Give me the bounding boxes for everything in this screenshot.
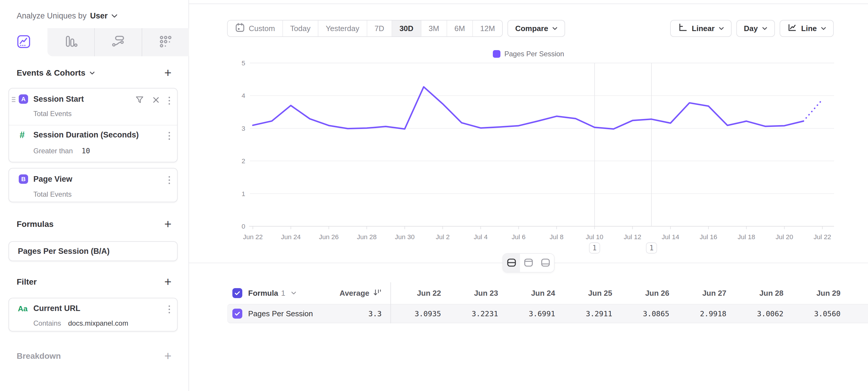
range-yesterday[interactable]: Yesterday	[318, 21, 367, 36]
event-name[interactable]: Session Start	[33, 95, 84, 104]
range-12m[interactable]: 12M	[473, 21, 502, 36]
range-custom[interactable]: Custom	[228, 21, 283, 36]
filter-property-name[interactable]: Current URL	[33, 304, 81, 313]
layout-toggle-group	[502, 253, 555, 273]
event-actions	[168, 175, 170, 185]
row-average-value: 3.3	[368, 309, 382, 318]
event-measurement[interactable]: Total Events	[33, 190, 72, 198]
svg-text:0: 0	[242, 223, 245, 230]
drag-handle-icon[interactable]	[12, 96, 16, 103]
svg-text:Jun 26: Jun 26	[319, 233, 339, 241]
analyze-uniques-control[interactable]: Analyze Uniques by User	[17, 4, 118, 28]
chevron-down-icon[interactable]	[291, 291, 296, 295]
interval-button[interactable]: Day	[736, 20, 775, 37]
column-header[interactable]: Jun 29	[790, 289, 847, 298]
add-event-button[interactable]: +	[164, 67, 172, 79]
split-view-toggle[interactable]	[503, 254, 520, 272]
axis-scale-button[interactable]: Linear	[670, 20, 732, 37]
range-6m[interactable]: 6M	[447, 21, 473, 36]
filter-operator[interactable]: Greater than	[33, 147, 73, 155]
filter-value[interactable]: 10	[82, 147, 90, 155]
events-title-text: Events & Cohorts	[17, 68, 86, 78]
formulas-section-header: Formulas +	[17, 218, 172, 231]
column-header[interactable]: Jun 22	[391, 289, 447, 298]
kebab-menu-icon[interactable]	[168, 305, 170, 314]
event-name[interactable]: Page View	[33, 175, 72, 184]
insights-report-page: Analyze Uniques by User	[0, 0, 868, 391]
chevron-down-icon	[762, 27, 767, 30]
kebab-menu-icon[interactable]	[168, 175, 170, 185]
tab-insights[interactable]	[0, 28, 48, 56]
line-chart[interactable]: 012345Jun 22Jun 24Jun 26Jun 28Jun 30Jul …	[189, 41, 868, 273]
formula-expression[interactable]: Pages Per Session (B/A)	[18, 247, 110, 256]
tab-funnels[interactable]	[48, 28, 94, 56]
event-card-page-view[interactable]: B Page View Total Events	[8, 168, 178, 202]
svg-text:Jul 18: Jul 18	[738, 233, 755, 241]
retention-dots-icon	[159, 35, 173, 50]
add-breakdown-button[interactable]: +	[164, 350, 172, 362]
table-cell: 3.2231	[447, 309, 504, 318]
chevron-down-icon	[111, 14, 118, 18]
filter-section-title: Filter	[17, 277, 37, 287]
add-filter-button[interactable]: +	[164, 276, 172, 288]
metric-type-tabs	[0, 28, 189, 56]
calendar-icon	[235, 23, 245, 35]
chart-type-button[interactable]: Line	[780, 20, 834, 37]
numeric-property-icon: #	[20, 130, 25, 140]
filter-icon[interactable]	[135, 95, 144, 106]
event-measurement[interactable]: Total Events	[33, 110, 72, 118]
close-icon[interactable]	[152, 96, 160, 105]
range-30d[interactable]: 30D	[392, 21, 422, 36]
chevron-down-icon	[552, 27, 558, 30]
select-all-checkbox[interactable]	[232, 288, 242, 298]
svg-text:Jul 2: Jul 2	[436, 233, 450, 241]
tab-flows[interactable]	[95, 28, 142, 56]
column-header[interactable]: Jun 24	[504, 289, 562, 298]
analyze-uniques-label: Analyze Uniques by	[17, 11, 87, 21]
column-header[interactable]: Jun 23	[447, 289, 504, 298]
group-header-label[interactable]: Formula	[248, 289, 278, 298]
column-header[interactable]: Jun 25	[562, 289, 619, 298]
kebab-menu-icon[interactable]	[168, 131, 170, 140]
table-cell: 3.0865	[619, 309, 676, 318]
table-cell: 2.9918	[676, 309, 733, 318]
svg-text:Jul 6: Jul 6	[512, 233, 526, 241]
chart-view-toggle[interactable]	[520, 254, 537, 272]
tab-retention[interactable]	[142, 28, 189, 56]
chevron-down-icon	[821, 27, 826, 30]
filter-section-header: Filter +	[17, 275, 172, 289]
table-cell: 3.0062	[733, 309, 790, 318]
property-filter-name[interactable]: Session Duration (Seconds)	[33, 131, 139, 140]
svg-text:5: 5	[242, 59, 245, 67]
event-letter-badge: A	[19, 94, 28, 104]
card-divider	[9, 125, 177, 125]
event-card-session-start[interactable]: A Session Start Total Events # Session D…	[8, 88, 178, 162]
analyze-uniques-value[interactable]: User	[90, 11, 108, 21]
events-section-title[interactable]: Events & Cohorts	[17, 68, 95, 78]
range-7d[interactable]: 7D	[367, 21, 392, 36]
filter-actions	[168, 305, 170, 314]
filter-condition[interactable]: Contains docs.mixpanel.com	[33, 319, 128, 327]
range-today[interactable]: Today	[283, 21, 318, 36]
compare-button[interactable]: Compare	[507, 20, 565, 37]
range-3m[interactable]: 3M	[422, 21, 447, 36]
column-header[interactable]: Jun 26	[619, 289, 676, 298]
tabs-gray-group	[48, 28, 189, 56]
row-checkbox[interactable]	[232, 309, 242, 318]
linear-axis-icon	[678, 23, 688, 35]
column-header[interactable]: Jun 27	[676, 289, 733, 298]
average-column-header[interactable]: Average	[339, 289, 369, 298]
formula-card[interactable]: Pages Per Session (B/A)	[8, 241, 178, 261]
column-header[interactable]: Jun 28	[733, 289, 790, 298]
filter-operator[interactable]: Contains	[33, 319, 61, 327]
insights-line-chart-icon	[17, 35, 31, 50]
table-view-toggle[interactable]	[537, 254, 554, 272]
chart-options-toolbar: Linear Day Line	[670, 20, 834, 37]
kebab-menu-icon[interactable]	[168, 96, 170, 105]
sort-descending-icon[interactable]	[373, 288, 382, 298]
property-filter-condition[interactable]: Greater than 10	[33, 147, 90, 155]
filter-value[interactable]: docs.mixpanel.com	[68, 319, 128, 327]
add-formula-button[interactable]: +	[164, 218, 172, 230]
filter-card-current-url[interactable]: Aa Current URL Contains docs.mixpanel.co…	[8, 298, 178, 332]
table-row[interactable]: Pages Per Session 3.3 3.09353.22313.6991…	[227, 304, 868, 323]
